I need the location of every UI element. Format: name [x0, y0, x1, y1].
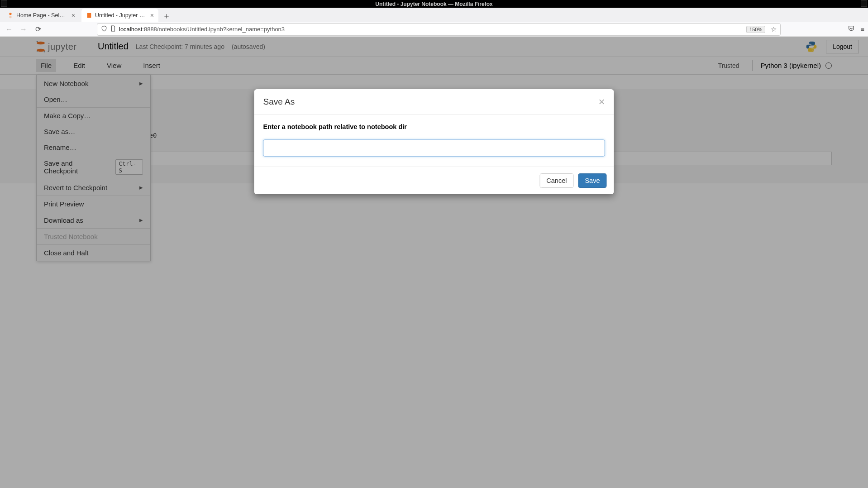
tab-close-icon[interactable]: ×: [72, 12, 75, 19]
notebook-tab-icon: [86, 12, 92, 19]
save-button[interactable]: Save: [578, 173, 606, 188]
svg-rect-2: [87, 13, 91, 18]
shield-icon: [101, 25, 107, 33]
tab-label: Untitled - Jupyter Notebo: [95, 12, 146, 19]
svg-point-1: [9, 16, 11, 18]
save-as-modal: Save As × Enter a notebook path relative…: [254, 89, 614, 194]
window-title: Untitled - Jupyter Notebook — Mozilla Fi…: [375, 1, 492, 7]
browser-tab-strip: Home Page - Select or cr × Untitled - Ju…: [0, 8, 868, 22]
os-menu-icon[interactable]: [1, 0, 7, 7]
svg-point-0: [9, 13, 11, 15]
modal-close-icon[interactable]: ×: [598, 96, 605, 107]
tab-close-icon[interactable]: ×: [150, 12, 154, 19]
page-icon: [110, 25, 116, 33]
url-text: localhost:8888/notebooks/Untitled.ipynb?…: [119, 26, 285, 33]
jupyter-tab-icon: [7, 12, 14, 19]
modal-title: Save As: [263, 97, 295, 107]
zoom-badge[interactable]: 150%: [746, 26, 765, 33]
os-titlebar: Untitled - Jupyter Notebook — Mozilla Fi…: [0, 0, 868, 8]
forward-button[interactable]: →: [18, 24, 29, 35]
bookmark-star-icon[interactable]: ☆: [771, 25, 777, 33]
url-bar[interactable]: localhost:8888/notebooks/Untitled.ipynb?…: [97, 23, 781, 36]
app-menu-icon[interactable]: ≡: [860, 25, 864, 33]
browser-tab-home[interactable]: Home Page - Select or cr ×: [3, 9, 80, 22]
tab-label: Home Page - Select or cr: [16, 12, 67, 19]
cancel-button[interactable]: Cancel: [539, 173, 573, 188]
browser-tab-notebook[interactable]: Untitled - Jupyter Notebo ×: [81, 9, 158, 22]
save-path-input[interactable]: [263, 139, 605, 157]
browser-toolbar: ← → ⟳ localhost:8888/notebooks/Untitled.…: [0, 22, 868, 37]
modal-prompt: Enter a notebook path relative to notebo…: [263, 123, 605, 130]
back-button[interactable]: ←: [4, 24, 14, 35]
new-tab-button[interactable]: ＋: [160, 10, 173, 22]
pocket-icon[interactable]: [848, 25, 855, 33]
os-close-icon[interactable]: [861, 0, 867, 7]
reload-button[interactable]: ⟳: [33, 24, 43, 35]
